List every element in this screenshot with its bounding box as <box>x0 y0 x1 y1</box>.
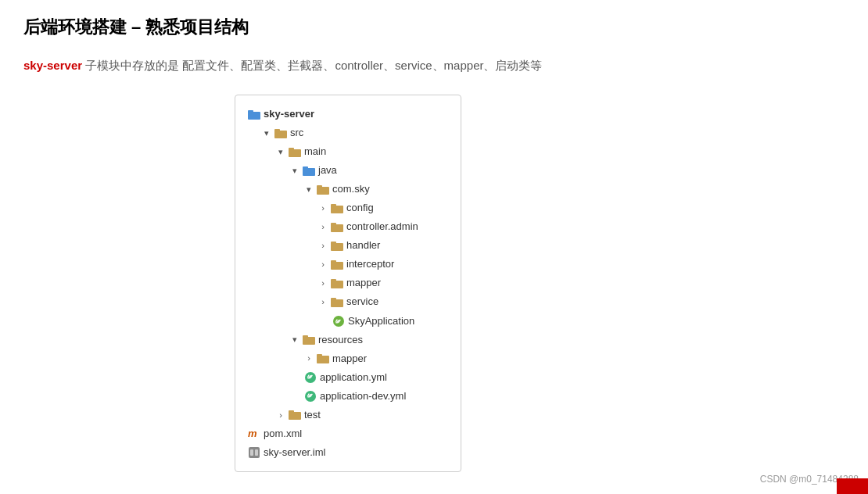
node-label-application-dev-yml: application-dev.yml <box>320 387 406 406</box>
node-label-mapper: mapper <box>346 274 381 292</box>
subtitle: sky-server 子模块中存放的是 配置文件、配置类、拦截器、control… <box>23 55 845 76</box>
spring-icon <box>332 315 345 328</box>
svg-rect-7 <box>303 166 308 170</box>
folder-plain-icon <box>274 128 287 138</box>
arrow-main: ▾ <box>276 144 285 159</box>
yaml-dev-icon <box>304 390 317 403</box>
folder-comsky-icon <box>317 184 329 195</box>
node-label-java: java <box>318 161 337 180</box>
svg-rect-1 <box>248 110 253 113</box>
watermark-red-badge <box>837 478 868 494</box>
node-label-mapper2: mapper <box>332 349 367 368</box>
arrow-mapper2: › <box>304 350 314 366</box>
svg-rect-11 <box>331 204 336 207</box>
tree-node-src[interactable]: ▾ src <box>262 123 448 142</box>
node-label-main: main <box>304 142 326 161</box>
yaml-icon <box>304 371 317 384</box>
arrow-controller-admin: › <box>318 219 328 234</box>
node-label-service: service <box>346 292 378 311</box>
tree-node-resources[interactable]: ▾ resources <box>290 331 448 349</box>
maven-icon: m <box>248 428 260 440</box>
arrow-src: ▾ <box>262 125 271 141</box>
arrow-resources: ▾ <box>290 331 299 347</box>
node-label-resources: resources <box>318 331 363 349</box>
folder-controller-icon <box>331 222 343 232</box>
node-label-sky-server-iml: sky-server.iml <box>264 443 325 462</box>
folder-interceptor-icon <box>331 260 343 270</box>
svg-rect-26 <box>317 354 322 357</box>
node-label-config: config <box>346 199 374 217</box>
tree-node-application-yml[interactable]: application.yml <box>304 368 448 387</box>
folder-mapper2-icon <box>317 353 329 363</box>
folder-resources-icon <box>303 335 315 345</box>
node-label-sky-server: sky-server <box>264 105 314 123</box>
folder-config-icon <box>331 203 343 213</box>
tree-node-interceptor[interactable]: › interceptor <box>318 255 448 274</box>
tree-node-service[interactable]: › service <box>318 292 448 311</box>
svg-rect-24 <box>303 335 308 338</box>
tree-node-controller-admin[interactable]: › controller.admin <box>318 217 448 236</box>
tree-node-pom-xml[interactable]: m pom.xml <box>248 424 448 443</box>
tree-node-mapper[interactable]: › mapper <box>318 274 448 292</box>
folder-test-icon <box>289 410 301 420</box>
node-label-handler: handler <box>346 236 380 255</box>
tree-node-main[interactable]: ▾ main <box>276 142 448 161</box>
page-container: 后端环境搭建 – 熟悉项目结构 sky-server 子模块中存放的是 配置文件… <box>0 0 868 488</box>
svg-rect-13 <box>331 223 336 226</box>
folder-handler-icon <box>331 241 343 251</box>
svg-rect-33 <box>255 449 258 456</box>
arrow-com-sky: ▾ <box>304 181 314 197</box>
svg-rect-32 <box>250 449 253 456</box>
node-label-sky-application: SkyApplication <box>348 312 414 331</box>
node-label-interceptor: interceptor <box>346 255 394 274</box>
tree-node-handler[interactable]: › handler <box>318 236 448 255</box>
node-label-controller-admin: controller.admin <box>346 217 418 236</box>
arrow-service: › <box>318 294 328 310</box>
tree-node-com-sky[interactable]: ▾ com.sky <box>304 180 448 199</box>
tree-node-application-dev-yml[interactable]: application-dev.yml <box>304 387 448 406</box>
arrow-test: › <box>276 407 285 423</box>
svg-rect-19 <box>331 279 336 282</box>
folder-blue-icon <box>248 109 260 120</box>
arrow-java: ▾ <box>290 163 299 178</box>
tree-node-config[interactable]: › config <box>318 199 448 217</box>
tree-node-test[interactable]: › test <box>276 406 448 424</box>
svg-rect-30 <box>289 410 294 413</box>
page-title: 后端环境搭建 – 熟悉项目结构 <box>23 16 845 39</box>
arrow-config: › <box>318 200 328 216</box>
svg-rect-21 <box>331 298 336 301</box>
tree-node-mapper2[interactable]: › mapper <box>304 349 448 368</box>
folder-mapper-icon <box>331 278 343 288</box>
tree-node-sky-server-iml[interactable]: sky-server.iml <box>248 443 448 462</box>
arrow-mapper: › <box>318 275 328 291</box>
folder-java-icon <box>303 166 315 176</box>
arrow-interceptor: › <box>318 256 328 272</box>
tree-node-sky-application[interactable]: SkyApplication <box>332 312 448 331</box>
file-tree: sky-server ▾ src ▾ main ▾ <box>235 95 461 472</box>
folder-main-icon <box>289 147 301 157</box>
tree-node-sky-server[interactable]: sky-server <box>248 105 448 123</box>
svg-rect-3 <box>274 129 280 132</box>
folder-service-icon <box>331 297 343 307</box>
node-label-application-yml: application.yml <box>320 368 387 387</box>
svg-rect-15 <box>331 242 336 245</box>
node-label-test: test <box>304 406 321 424</box>
svg-rect-9 <box>317 185 322 188</box>
iml-icon <box>248 446 260 459</box>
tree-node-java[interactable]: ▾ java <box>290 161 448 180</box>
svg-rect-17 <box>331 260 336 263</box>
node-label-src: src <box>290 123 303 142</box>
node-label-com-sky: com.sky <box>332 180 370 199</box>
subtitle-highlight: sky-server <box>23 59 82 72</box>
arrow-handler: › <box>318 238 328 253</box>
subtitle-text: 子模块中存放的是 配置文件、配置类、拦截器、controller、service… <box>85 59 542 72</box>
svg-rect-5 <box>289 148 294 151</box>
node-label-pom-xml: pom.xml <box>264 424 302 443</box>
